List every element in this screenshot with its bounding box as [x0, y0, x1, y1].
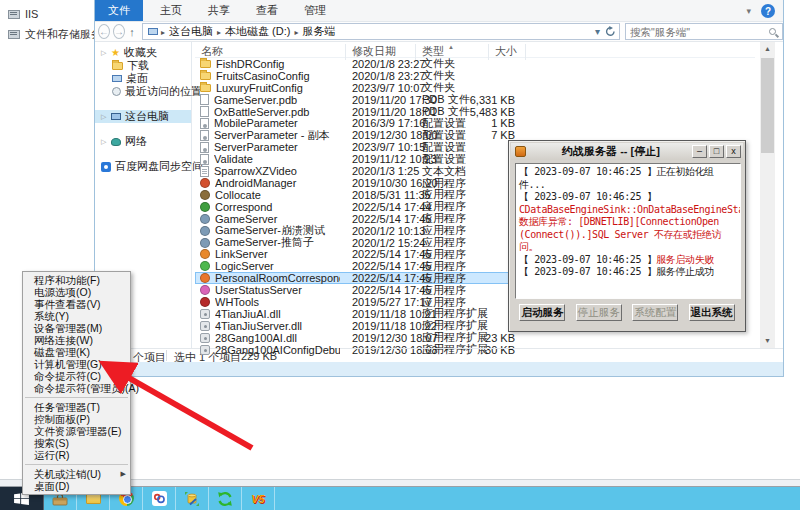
expander-icon[interactable]: ▷ [101, 49, 107, 57]
log-line: 【 2023-09-07 10:46:25 】服务停止成功 [519, 266, 737, 279]
app-file-icon [200, 226, 210, 236]
menu-item-命令提示符(管理员)(A)[interactable]: 命令提示符(管理员)(A) [23, 382, 130, 394]
menu-item-程序和功能(F)[interactable]: 程序和功能(F) [23, 274, 130, 286]
scroll-up-icon[interactable]: ▲ [760, 42, 775, 56]
doc-file-icon [200, 106, 209, 117]
sidebar-item-百度网盘同步空间[interactable]: 百度网盘同步空间 [95, 160, 191, 173]
sidebar-item-最近访问的位置[interactable]: 最近访问的位置 [95, 85, 191, 98]
config-file-icon [200, 118, 209, 129]
app-file-icon [200, 190, 210, 200]
refresh-icon[interactable] [605, 26, 616, 37]
file-name: LuxuryFruitConfig [216, 82, 341, 94]
sql-tool-icon[interactable] [176, 487, 209, 510]
app-file-icon [200, 214, 210, 224]
folder-file-icon [200, 60, 211, 68]
sidebar-item-label: 百度网盘同步空间 [115, 159, 203, 174]
server-icon [8, 30, 20, 39]
folder-file-icon [200, 72, 211, 80]
ribbon-tab-管理[interactable]: 管理 [291, 0, 339, 21]
file-date: 2020/1/8 23:27 [352, 58, 425, 70]
menu-separator [25, 464, 128, 465]
app-file-icon [200, 285, 210, 295]
column-date[interactable]: 修改日期 [352, 44, 396, 59]
address-bar: ← → ↑ ▸这台电脑▸本地磁盘 (D:)▸服务端 ▾ [95, 22, 783, 42]
menu-item-磁盘管理(K)[interactable]: 磁盘管理(K) [23, 346, 130, 358]
server-manager-item[interactable]: IIS [8, 4, 102, 24]
forward-icon[interactable]: → [113, 24, 125, 39]
file-row[interactable]: LuxuryFruitConfig2023/9/7 10:07文件夹 [195, 82, 755, 94]
menu-item-命令提示符(C)[interactable]: 命令提示符(C) [23, 370, 130, 382]
file-name: 28Gang100AIConfigDebug.dll [215, 344, 340, 356]
column-size[interactable]: 大小 [495, 44, 517, 59]
menu-item-电源选项(O)[interactable]: 电源选项(O) [23, 286, 130, 298]
v5-icon-label: V5 [251, 493, 264, 505]
menu-item-设备管理器(M)[interactable]: 设备管理器(M) [23, 322, 130, 334]
dialog-button-退出系统[interactable]: 退出系统 [689, 304, 735, 321]
file-row[interactable]: FishDRConfig2020/1/8 23:27文件夹 [195, 58, 755, 70]
menu-item-任务管理器(T)[interactable]: 任务管理器(T) [23, 401, 130, 413]
file-name: 4TianJiuAI.dll [215, 308, 340, 320]
close-button[interactable]: x [726, 145, 741, 158]
expander-icon[interactable]: ▷ [101, 138, 107, 146]
app-file-icon [200, 238, 210, 248]
sidebar-item-label: 网络 [125, 134, 147, 149]
menu-item-关机或注销(U)[interactable]: 关机或注销(U)▶ [23, 468, 130, 480]
sort-arrow-icon: ▲ [448, 44, 454, 50]
menu-item-网络连接(W)[interactable]: 网络连接(W) [23, 334, 130, 346]
expander-icon[interactable]: ▷ [101, 113, 107, 121]
menu-item-事件查看器(V)[interactable]: 事件查看器(V) [23, 298, 130, 310]
search-box[interactable] [625, 23, 783, 40]
baidu-netdisk-icon[interactable] [143, 487, 176, 510]
computer-icon [148, 28, 158, 35]
file-row[interactable]: FruitsCasinoConfig2020/1/8 23:27文件夹 [195, 70, 755, 82]
server-manager-item[interactable]: 文件和存储服务 [8, 24, 102, 44]
config-file-icon [200, 142, 209, 153]
file-name: PersonalRoomCorrespond [215, 272, 340, 284]
up-icon[interactable]: ↑ [127, 26, 137, 38]
ribbon-tab-文件[interactable]: 文件 [95, 0, 143, 21]
baidu-icon [101, 162, 111, 172]
ribbon-tab-查看[interactable]: 查看 [243, 0, 291, 21]
sidebar-item-label: 这台电脑 [125, 109, 169, 124]
ribbon-collapse-icon[interactable]: ▾ [746, 6, 751, 16]
back-icon[interactable]: ← [98, 24, 110, 39]
breadcrumb-segment[interactable]: 服务端 [299, 25, 338, 37]
folder-icon [112, 62, 123, 70]
log-line: 【 2023-09-07 10:46:25 】正在初始化组件... [519, 166, 737, 191]
sidebar-item-网络[interactable]: ▷网络 [95, 135, 191, 148]
app-file-icon [200, 178, 210, 188]
dialog-button-启动服务[interactable]: 启动服务 [519, 304, 565, 321]
file-row[interactable]: OxBattleServer.pdb2019/11/20 18:01PDB 文件… [195, 106, 755, 118]
breadcrumb[interactable]: ▸这台电脑▸本地磁盘 (D:)▸服务端 ▾ [142, 23, 620, 40]
file-row[interactable]: GameServer.pdb2019/11/20 17:30PDB 文件6,33… [195, 94, 755, 106]
v5-game-icon[interactable]: V5 [242, 487, 275, 510]
ribbon-tab-共享[interactable]: 共享 [195, 0, 243, 21]
minimize-button[interactable]: – [692, 145, 707, 158]
menu-item-运行(R)[interactable]: 运行(R) [23, 449, 130, 461]
ribbon-tab-主页[interactable]: 主页 [147, 0, 195, 21]
menu-item-文件资源管理器(E)[interactable]: 文件资源管理器(E) [23, 425, 130, 437]
menu-item-系统(Y)[interactable]: 系统(Y) [23, 310, 130, 322]
address-dropdown-icon[interactable]: ▾ [595, 26, 600, 37]
list-scrollbar[interactable]: ▲ ▼ [760, 42, 775, 348]
maximize-button[interactable]: □ [709, 145, 724, 158]
menu-item-计算机管理(G)[interactable]: 计算机管理(G) [23, 358, 130, 370]
list-header: 名称 修改日期 类型 大小 ▲ [195, 42, 755, 58]
scroll-down-icon[interactable]: ▼ [760, 334, 775, 348]
menu-item-搜索(S)[interactable]: 搜索(S) [23, 437, 130, 449]
column-name[interactable]: 名称 [201, 44, 223, 59]
dialog-titlebar[interactable]: 约战服务器 -- [停止] – □ x [511, 143, 743, 160]
breadcrumb-segment[interactable]: 本地磁盘 (D:) [222, 25, 293, 37]
sync-icon[interactable] [209, 487, 242, 510]
help-icon[interactable]: ? [761, 4, 775, 18]
log-line: 【 2023-09-07 10:46:25 】CDataBaseEngineSi… [519, 191, 737, 254]
file-name: UserStatusServer [215, 284, 340, 296]
file-date: 2023/9/7 10:07 [352, 82, 425, 94]
dll-file-icon [200, 333, 210, 343]
search-input[interactable] [626, 26, 769, 38]
menu-item-桌面(D)[interactable]: 桌面(D) [23, 480, 130, 492]
scroll-thumb[interactable] [761, 58, 774, 153]
menu-item-控制面板(P)[interactable]: 控制面板(P) [23, 413, 130, 425]
breadcrumb-segment[interactable]: 这台电脑 [166, 25, 216, 37]
sidebar-item-这台电脑[interactable]: ▷这台电脑 [95, 110, 191, 123]
